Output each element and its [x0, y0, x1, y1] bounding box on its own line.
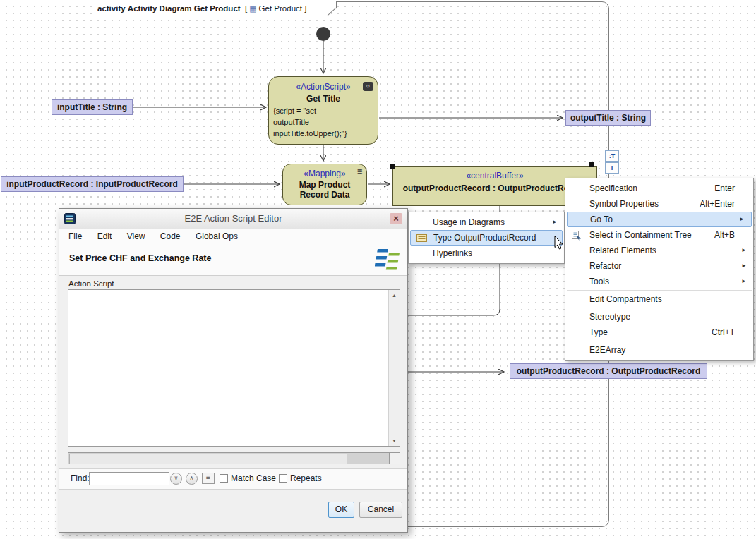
menu-item-label: Type — [589, 327, 608, 337]
submenu-arrow-icon: ► — [741, 274, 747, 289]
smart-manipulator-button-1[interactable]: :T — [605, 150, 619, 162]
goto-submenu: Usage in Diagrams ► Type OutputProductRe… — [408, 212, 565, 264]
close-icon[interactable]: × — [390, 213, 402, 224]
editor-label: Action Script — [68, 279, 114, 288]
menu-code[interactable]: Code — [154, 229, 187, 244]
menu-separator — [567, 308, 752, 308]
find-label: Find: — [71, 473, 90, 483]
menu-item-label: Stereotype — [589, 312, 630, 322]
menu-item-e2earray[interactable]: E2EArray — [565, 342, 753, 358]
find-prev-icon[interactable]: ∧ — [186, 473, 198, 485]
menu-item-refactor[interactable]: Refactor ► — [565, 258, 753, 274]
context-menu: Specification Enter Symbol Properties Al… — [565, 178, 754, 361]
frame-bracket-open: [ — [245, 4, 247, 13]
label-input-product-record[interactable]: inputProductRecord : InputProductRecord — [1, 176, 184, 192]
repeats-checkbox[interactable] — [279, 474, 287, 483]
menu-item-label: Refactor — [589, 261, 621, 271]
activity-frame-header[interactable]: activity Activity Diagram Get Product [▦… — [92, 1, 337, 16]
mapping-name-line: Map Product — [283, 180, 366, 190]
submenu-arrow-icon: ► — [741, 258, 747, 274]
menu-item-symbol-properties[interactable]: Symbol Properties Alt+Enter — [565, 196, 753, 212]
action-node-mapping[interactable]: «Mapping» ≣ Map Product Record Data — [282, 164, 367, 205]
dialog-menubar: File Edit View Code Global Ops — [59, 229, 407, 244]
menu-item-tools[interactable]: Tools ► — [565, 274, 753, 289]
action-name: Set Price CHF and Exchange Rate — [69, 253, 211, 263]
menu-shortcut: Alt+Enter — [700, 196, 735, 212]
action-script-editor[interactable]: ▲ ▼ — [68, 289, 400, 447]
menu-shortcut: Ctrl+T — [712, 325, 735, 340]
mapping-icon: ≣ — [357, 167, 363, 175]
get-title-stereotype: «ActionScript» — [269, 82, 378, 92]
menu-global-ops[interactable]: Global Ops — [189, 229, 244, 244]
menu-item-label: Go To — [590, 214, 613, 224]
menu-item-go-to[interactable]: Go To ► — [567, 212, 752, 227]
menu-shortcut: Enter — [714, 181, 735, 196]
script-line: inputTitle.toUpper();"} — [273, 128, 375, 139]
menu-item-related-elements[interactable]: Related Elements ► — [565, 243, 753, 258]
menu-separator — [567, 290, 752, 291]
menu-item-hyperlinks[interactable]: Hyperlinks — [409, 246, 564, 261]
menu-item-edit-compartments[interactable]: Edit Compartments — [565, 291, 753, 307]
vertical-scrollbar[interactable]: ▲ ▼ — [388, 290, 400, 446]
script-line: outputTitle = — [273, 116, 375, 128]
menu-item-label: Hyperlinks — [433, 248, 472, 258]
find-bar: Find: ∨ ∧ ≡ Match Case Repeats — [59, 468, 407, 490]
mouse-cursor — [554, 236, 565, 251]
ok-button[interactable]: OK — [328, 502, 354, 518]
menu-item-type[interactable]: Type Ctrl+T — [565, 325, 753, 340]
find-next-icon[interactable]: ∨ — [170, 473, 182, 485]
get-title-name: Get Title — [269, 94, 378, 104]
menu-item-label: Symbol Properties — [589, 199, 659, 209]
diagram-icon: ▦ — [249, 4, 256, 13]
scroll-down-icon[interactable]: ▼ — [389, 435, 400, 446]
action-node-get-title[interactable]: «ActionScript» ○ Get Title {script = "se… — [268, 76, 378, 145]
e2e-logo — [375, 249, 400, 270]
label-output-title[interactable]: outputTitle : String — [565, 110, 651, 126]
horizontal-scrollbar[interactable] — [68, 452, 400, 464]
type-icon — [416, 234, 427, 243]
menu-item-label: Tools — [589, 277, 609, 286]
selection-handle[interactable] — [589, 162, 594, 167]
initial-node[interactable] — [316, 27, 330, 41]
dialog-titlebar[interactable]: E2E Action Script Editor × — [59, 209, 407, 229]
horizontal-scrollbar-thumb[interactable] — [69, 454, 347, 464]
menu-shortcut: Alt+B — [714, 227, 735, 243]
menu-edit[interactable]: Edit — [91, 229, 119, 244]
action-script-editor-dialog: E2E Action Script Editor × File Edit Vie… — [59, 208, 408, 533]
frame-name: Activity Diagram Get Product — [128, 4, 241, 13]
submenu-arrow-icon: ► — [739, 212, 745, 226]
repeats-label: Repeats — [290, 473, 322, 483]
label-input-title[interactable]: inputTitle : String — [52, 99, 133, 115]
menu-file[interactable]: File — [62, 229, 88, 244]
selection-handle[interactable] — [390, 164, 395, 169]
match-case-checkbox[interactable] — [220, 474, 228, 483]
menu-item-label: Edit Compartments — [589, 294, 662, 304]
menu-view[interactable]: View — [121, 229, 152, 244]
scroll-up-icon[interactable]: ▲ — [389, 290, 400, 301]
mapping-stereotype: «Mapping» — [283, 169, 366, 178]
mapping-name-line: Record Data — [283, 190, 366, 200]
cancel-button[interactable]: Cancel — [359, 502, 402, 518]
menu-item-label: E2EArray — [589, 345, 625, 355]
application-canvas: activity Activity Diagram Get Product [▦… — [0, 0, 756, 539]
menu-item-label: Specification — [589, 183, 637, 193]
menu-item-select-in-containment-tree[interactable]: Select in Containment Tree Alt+B — [565, 227, 753, 243]
dialog-title: E2E Action Script Editor — [59, 209, 407, 229]
menu-item-stereotype[interactable]: Stereotype — [565, 309, 753, 325]
label-output-product-record[interactable]: outputProductRecord : OutputProductRecor… — [510, 363, 707, 379]
find-input[interactable] — [89, 472, 169, 485]
menu-item-type-outputproductrecord[interactable]: Type OutputProductRecord — [410, 230, 563, 246]
frame-keyword: activity — [97, 4, 126, 13]
menu-item-label: Usage in Diagrams — [433, 217, 505, 227]
menu-item-label: Related Elements — [589, 246, 656, 255]
script-line: {script = "set — [273, 105, 375, 116]
menu-item-usage-in-diagrams[interactable]: Usage in Diagrams ► — [409, 214, 564, 230]
frame-bracket-close: ] — [304, 4, 306, 13]
submenu-arrow-icon: ► — [741, 243, 747, 258]
smart-manipulator-button-2[interactable]: T — [605, 162, 619, 174]
menu-item-label: Select in Containment Tree — [589, 230, 692, 240]
dialog-header: Set Price CHF and Exchange Rate — [59, 244, 407, 276]
find-options-icon[interactable]: ≡ — [202, 473, 215, 484]
menu-item-label: Type OutputProductRecord — [433, 233, 536, 243]
menu-item-specification[interactable]: Specification Enter — [565, 181, 753, 196]
